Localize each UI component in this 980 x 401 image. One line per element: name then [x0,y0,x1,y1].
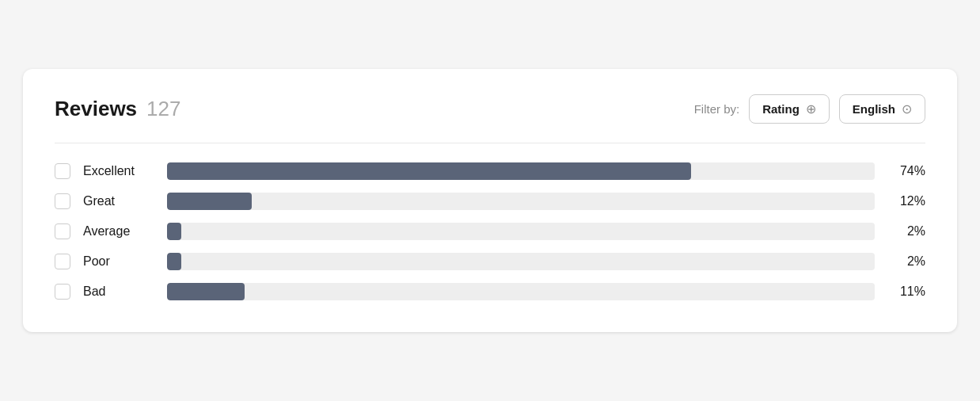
page-title: Reviews [55,97,137,121]
rating-row: Great 12% [55,193,925,210]
bar-fill-2 [167,223,181,240]
bar-track-4 [167,283,875,300]
rating-label-3: Poor [83,254,154,269]
bar-track-2 [167,223,875,240]
rating-label-4: Bad [83,285,154,299]
rating-row: Excellent 74% [55,162,925,180]
bar-fill-0 [167,162,691,180]
rating-checkbox-0[interactable] [55,163,70,179]
pct-label-3: 2% [887,254,925,269]
rating-list: Excellent 74% Great 12% Average 2% Poor [55,162,925,300]
pct-label-4: 11% [887,285,925,299]
plus-circle-icon: ⊕ [806,101,816,116]
english-filter-label: English [853,102,895,116]
bar-track-1 [167,193,875,210]
bar-fill-4 [167,283,245,300]
filter-group: Filter by: Rating ⊕ English ⊙ [694,94,925,124]
rating-checkbox-2[interactable] [55,223,70,239]
filter-label: Filter by: [694,102,740,116]
reviews-card: Reviews 127 Filter by: Rating ⊕ English … [23,69,957,332]
chevron-circle-icon: ⊙ [902,101,912,116]
bar-track-0 [167,162,875,180]
pct-label-2: 2% [887,224,925,239]
bar-track-3 [167,253,875,270]
bar-fill-3 [167,253,181,270]
rating-label-2: Average [83,224,154,239]
rating-checkbox-3[interactable] [55,254,70,269]
pct-label-0: 74% [887,164,925,178]
rating-row: Bad 11% [55,283,925,300]
rating-label-1: Great [83,194,154,208]
rating-checkbox-4[interactable] [55,284,70,300]
rating-checkbox-1[interactable] [55,193,70,209]
rating-row: Poor 2% [55,253,925,270]
pct-label-1: 12% [887,194,925,208]
title-group: Reviews 127 [55,97,180,121]
bar-fill-1 [167,193,252,210]
review-count: 127 [146,97,180,121]
rating-filter-label: Rating [762,102,800,116]
rating-row: Average 2% [55,223,925,240]
header: Reviews 127 Filter by: Rating ⊕ English … [55,94,925,124]
rating-label-0: Excellent [83,164,154,178]
divider [55,143,925,143]
english-filter-button[interactable]: English ⊙ [839,94,925,124]
rating-filter-button[interactable]: Rating ⊕ [749,94,830,124]
